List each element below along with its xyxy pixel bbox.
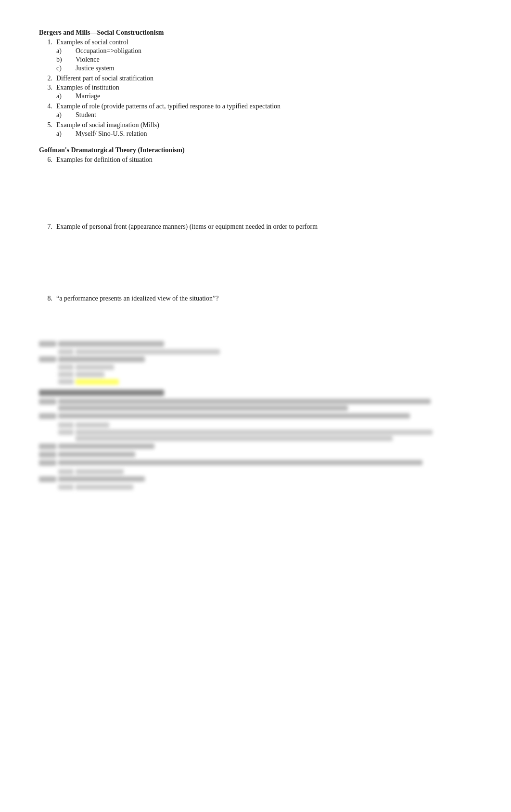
sub-item-3a: a) Marriage [56, 92, 472, 100]
blurred-row-10 [39, 356, 472, 362]
blurred-sub-txt-9a [76, 349, 220, 354]
blurred-txt-group-l2b [76, 430, 472, 441]
blurred-line-l2b1 [76, 430, 433, 435]
list-content-4: Example of role (provide patterns of act… [56, 103, 472, 120]
sub-lbl-3a: a) [56, 92, 76, 100]
blurred-section-hdr [39, 390, 164, 396]
blurred-row-long-2 [39, 413, 472, 420]
blurred-num-l2 [39, 413, 56, 419]
list-content-2: Different part of social stratification [56, 75, 472, 82]
blurred-lbl-l2b [58, 430, 74, 435]
goffman-list: 6. Examples for definition of situation [39, 156, 472, 164]
blurred-text-l4 [58, 452, 135, 457]
blurred-sub-lbl-10b [58, 372, 74, 377]
list-item-1: 1. Examples of social control a) Occupat… [39, 39, 472, 73]
answer-space-7 [39, 232, 472, 295]
goffman-list-2: 7. Example of personal front (appearance… [39, 223, 472, 231]
blurred-highlight-bar [76, 379, 119, 385]
list-text-3: Examples of institution [56, 84, 119, 91]
section-heading-goffman: Goffman's Dramaturgical Theory (Interact… [39, 146, 472, 154]
sub-list-1: a) Occupation=>obligation b) Violence c)… [56, 47, 472, 72]
list-num-1: 1. [39, 39, 56, 73]
blurred-sub-highlight [58, 379, 472, 385]
sub-lbl-4a: a) [56, 111, 76, 119]
list-content-8: “a performance presents an idealized vie… [56, 295, 472, 302]
sub-item-1a: a) Occupation=>obligation [56, 47, 472, 55]
blurred-lbl-l2a [58, 422, 74, 428]
blurred-row-long-1 [39, 399, 472, 411]
blurred-text-group-l2 [58, 413, 472, 420]
list-content-5: Example of social imagination (Mills) a)… [56, 121, 472, 139]
sub-lbl-5a: a) [56, 130, 76, 138]
blurred-sub-lbl-9a [58, 349, 74, 354]
sub-lbl-1a: a) [56, 47, 76, 55]
list-item-3: 3. Examples of institution a) Marriage [39, 84, 472, 101]
sub-text-4a: Student [76, 111, 96, 119]
list-item-5: 5. Example of social imagination (Mills)… [39, 121, 472, 139]
blurred-sub-l6a [58, 485, 472, 490]
blurred-txt-l6a [76, 485, 133, 490]
goffman-list-3: 8. “a performance presents an idealized … [39, 295, 472, 302]
blurred-row-l4 [39, 452, 472, 458]
bergers-list: 1. Examples of social control a) Occupat… [39, 39, 472, 139]
blurred-row-l6 [39, 476, 472, 482]
blurred-row-l5 [39, 460, 472, 467]
list-item-6: 6. Examples for definition of situation [39, 156, 472, 164]
blurred-sub-l2b [58, 430, 472, 441]
list-item-7: 7. Example of personal front (appearance… [39, 223, 472, 231]
blurred-line-l2a [58, 413, 410, 419]
blurred-sub-l2a [58, 422, 472, 428]
list-num-7: 7. [39, 223, 56, 231]
blurred-text-l3 [58, 444, 154, 449]
list-num-5: 5. [39, 121, 56, 139]
list-content-1: Examples of social control a) Occupation… [56, 39, 472, 73]
blurred-text-9 [58, 341, 164, 347]
sub-text-1a: Occupation=>obligation [76, 47, 141, 55]
blurred-lbl-l5a [58, 469, 74, 474]
blurred-line-l2b2 [76, 436, 393, 441]
list-item-2: 2. Different part of social stratificati… [39, 75, 472, 82]
list-text-7: Example of personal front (appearance ma… [56, 223, 318, 230]
list-content-7: Example of personal front (appearance ma… [56, 223, 472, 231]
blurred-text-group-l5 [58, 460, 472, 467]
blurred-text-group-l1 [58, 399, 472, 411]
list-item-4: 4. Example of role (provide patterns of … [39, 103, 472, 120]
list-content-6: Examples for definition of situation [56, 156, 472, 164]
sub-text-1c: Justice system [76, 65, 115, 72]
blurred-line-l5a [58, 460, 422, 465]
page-content: Bergers and Mills—Social Constructionism… [39, 29, 472, 490]
list-text-8: “a performance presents an idealized vie… [56, 295, 218, 302]
blurred-text-10 [58, 356, 145, 362]
list-num-6: 6. [39, 156, 56, 164]
blurred-txt-l5a [76, 469, 124, 474]
blurred-sub-9a [58, 349, 472, 354]
sub-text-5a: Myself/ Sino-U.S. relation [76, 130, 147, 138]
blurred-sub-10a [58, 365, 472, 370]
sub-text-3a: Marriage [76, 92, 100, 100]
blurred-text-l6 [58, 476, 145, 482]
blurred-group-lower [39, 399, 472, 490]
list-text-6: Examples for definition of situation [56, 156, 153, 163]
blurred-row-9 [39, 341, 472, 347]
blurred-section [39, 341, 472, 490]
blurred-sub-10b [58, 372, 472, 377]
blurred-num-9 [39, 341, 56, 347]
blurred-line-l1b [58, 406, 348, 411]
blurred-sub-txt-10b [76, 372, 104, 377]
answer-space-6 [39, 165, 472, 223]
sub-item-4a: a) Student [56, 111, 472, 119]
blurred-sub-lbl-10a [58, 365, 74, 370]
blurred-row-l3 [39, 444, 472, 449]
section-goffman: Goffman's Dramaturgical Theory (Interact… [39, 146, 472, 302]
sub-item-1b: b) Violence [56, 56, 472, 64]
blurred-num-l4 [39, 452, 56, 458]
sub-list-3: a) Marriage [56, 92, 472, 100]
blurred-num-10 [39, 356, 56, 362]
list-num-4: 4. [39, 103, 56, 120]
sub-lbl-1c: c) [56, 65, 76, 72]
section-bergers-mills: Bergers and Mills—Social Constructionism… [39, 29, 472, 139]
blurred-sub-l5a [58, 469, 472, 474]
list-item-8: 8. “a performance presents an idealized … [39, 295, 472, 302]
blurred-sub-txt-10a [76, 365, 114, 370]
list-content-3: Examples of institution a) Marriage [56, 84, 472, 101]
